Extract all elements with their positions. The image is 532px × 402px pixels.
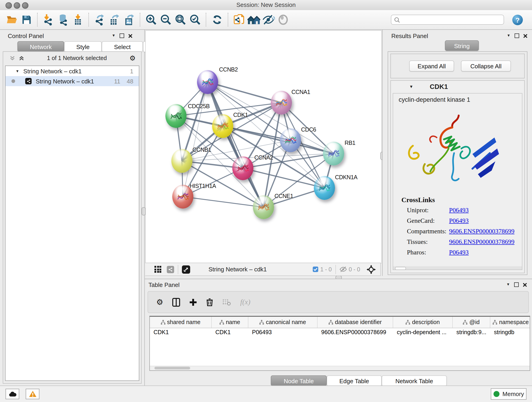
import-network-database-button[interactable] bbox=[56, 12, 70, 27]
save-session-button[interactable] bbox=[19, 12, 34, 27]
show-columns-icon[interactable] bbox=[172, 298, 180, 306]
cdk1-header-row[interactable]: ▼ CDK1 bbox=[391, 81, 524, 93]
network-node-CCNA2[interactable] bbox=[232, 156, 253, 180]
collapse-all-button[interactable]: Collapse All bbox=[461, 61, 511, 71]
crosslink-genecard[interactable]: P06493 bbox=[449, 217, 469, 228]
results-panel-collapse-icon[interactable]: ▼ bbox=[507, 34, 510, 38]
network-share-icon[interactable] bbox=[167, 266, 174, 273]
column-header-name[interactable]: name bbox=[212, 317, 248, 328]
crosslink-uniprot[interactable]: P06493 bbox=[449, 207, 469, 217]
birdseye-view-icon[interactable] bbox=[182, 265, 190, 274]
collapse-all-tree-icon[interactable] bbox=[19, 56, 24, 61]
column-header-database-identifier[interactable]: database identifier bbox=[317, 317, 393, 328]
results-panel-float-icon[interactable] bbox=[515, 33, 519, 38]
network-node-CCNE1[interactable] bbox=[253, 195, 274, 219]
tab-node-table[interactable]: Node Table bbox=[271, 375, 327, 386]
network-options-gear-icon[interactable]: ⚙ bbox=[129, 54, 136, 62]
memory-button[interactable]: Memory bbox=[491, 388, 526, 400]
pan-crosshair-icon[interactable] bbox=[367, 265, 376, 274]
network-edge[interactable] bbox=[183, 197, 264, 207]
table-cell[interactable]: CDK1 bbox=[212, 328, 248, 337]
help-button[interactable]: ? bbox=[512, 14, 523, 25]
show-hide-button[interactable] bbox=[261, 12, 276, 27]
function-builder-icon[interactable]: f(x) bbox=[240, 298, 250, 306]
results-panel-close-icon[interactable] bbox=[523, 34, 527, 38]
network-node-CCNA1[interactable] bbox=[271, 91, 292, 115]
search-input[interactable] bbox=[400, 16, 501, 23]
network-row[interactable]: String Network – cdk1 11 48 bbox=[6, 76, 139, 86]
table-cell[interactable]: stringdb:9... bbox=[453, 328, 490, 337]
tab-edge-table[interactable]: Edge Table bbox=[327, 375, 382, 386]
cloud-status-button[interactable] bbox=[6, 389, 19, 399]
clone-network-button[interactable] bbox=[232, 12, 247, 27]
delete-column-icon[interactable] bbox=[206, 298, 213, 306]
table-row[interactable]: CDK1CDK1P064939606.ENSP00000378699cyclin… bbox=[150, 328, 530, 337]
warning-icon bbox=[29, 390, 36, 397]
export-table-button[interactable] bbox=[107, 12, 122, 27]
import-table-file-button[interactable] bbox=[70, 12, 85, 27]
cdk1-expander-icon[interactable]: ▼ bbox=[409, 84, 413, 89]
control-panel-collapse-icon[interactable]: ▼ bbox=[112, 34, 115, 38]
selected-checkbox-icon[interactable] bbox=[312, 266, 318, 272]
table-cell[interactable]: 9606.ENSP00000378699 bbox=[317, 328, 393, 337]
left-splitter-handle[interactable] bbox=[142, 207, 146, 216]
add-column-icon[interactable] bbox=[190, 298, 197, 306]
tab-network-table[interactable]: Network Table bbox=[382, 375, 447, 386]
network-node-CDK1[interactable] bbox=[212, 114, 233, 138]
results-hscroll-thumb[interactable] bbox=[395, 267, 406, 270]
column-header-canonical-name[interactable]: canonical name bbox=[248, 317, 317, 328]
table-cell[interactable]: cyclin-dependent ... bbox=[393, 328, 453, 337]
table-cell[interactable]: CDK1 bbox=[150, 328, 212, 337]
hidden-eye-icon[interactable] bbox=[340, 266, 347, 272]
tab-string[interactable]: String bbox=[445, 40, 479, 51]
network-edge[interactable] bbox=[223, 126, 334, 153]
table-cell[interactable]: stringdb bbox=[490, 328, 530, 337]
main-toolbar: ? bbox=[0, 10, 532, 30]
table-panel-collapse-icon[interactable]: ▼ bbox=[506, 283, 510, 287]
network-node-CCNB2[interactable] bbox=[197, 70, 218, 94]
column-header-shared-name[interactable]: shared name bbox=[150, 317, 212, 328]
export-network-button[interactable] bbox=[93, 12, 107, 27]
column-header-namespace[interactable]: namespace bbox=[490, 317, 530, 328]
network-canvas[interactable]: CCNB2CCNA1CDC25BCDK1CDC6RB1CCNB1CCNA2CDK… bbox=[145, 30, 382, 264]
table-settings-gear-icon[interactable]: ⚙ bbox=[156, 298, 163, 307]
network-node-CDC25B[interactable] bbox=[165, 104, 186, 128]
view-grid-icon[interactable] bbox=[154, 266, 161, 273]
control-panel-float-icon[interactable] bbox=[120, 33, 124, 38]
show-all-button[interactable] bbox=[276, 12, 291, 27]
table-panel-close-icon[interactable] bbox=[523, 283, 527, 287]
crosslink-tissues[interactable]: 9606.ENSP00000378699 bbox=[449, 238, 514, 249]
network-node-RB1[interactable] bbox=[323, 142, 344, 166]
import-network-file-button[interactable] bbox=[41, 12, 56, 27]
tab-select[interactable]: Select bbox=[102, 41, 143, 52]
delete-table-icon[interactable] bbox=[222, 299, 231, 306]
zoom-selected-button[interactable] bbox=[188, 12, 203, 27]
network-node-CDC6[interactable] bbox=[280, 128, 301, 152]
table-cell[interactable]: P06493 bbox=[248, 328, 317, 337]
column-header--id[interactable]: @id bbox=[453, 317, 490, 328]
zoom-in-button[interactable] bbox=[144, 12, 158, 27]
open-session-button[interactable] bbox=[5, 12, 19, 27]
network-node-CCNB1[interactable] bbox=[171, 149, 192, 173]
expand-all-button[interactable]: Expand All bbox=[409, 61, 454, 71]
collection-expander-icon[interactable]: ▼ bbox=[16, 69, 19, 73]
zoom-in-icon bbox=[145, 14, 157, 26]
tab-style[interactable]: Style bbox=[64, 41, 102, 52]
session-home-button[interactable] bbox=[247, 12, 261, 27]
control-panel-close-icon[interactable] bbox=[128, 34, 133, 38]
refresh-button[interactable] bbox=[210, 12, 225, 27]
zoom-out-button[interactable] bbox=[158, 12, 173, 27]
table-panel-float-icon[interactable] bbox=[514, 282, 519, 287]
zoom-fit-button[interactable] bbox=[173, 12, 188, 27]
network-node-CDKN1A[interactable] bbox=[314, 176, 335, 200]
expand-all-tree-icon[interactable] bbox=[10, 56, 15, 61]
crosslink-compartments[interactable]: 9606.ENSP00000378699 bbox=[449, 228, 514, 238]
warnings-button[interactable] bbox=[26, 389, 39, 399]
export-image-button[interactable] bbox=[122, 12, 137, 27]
column-header-description[interactable]: description bbox=[393, 317, 453, 328]
crosslink-pharos[interactable]: P06493 bbox=[449, 249, 469, 259]
table-hscroll-thumb[interactable] bbox=[154, 367, 190, 370]
tab-network[interactable]: Network bbox=[17, 41, 64, 52]
network-collection-row[interactable]: ▼ String Network – cdk1 1 bbox=[6, 66, 139, 76]
network-edge[interactable] bbox=[183, 82, 208, 197]
